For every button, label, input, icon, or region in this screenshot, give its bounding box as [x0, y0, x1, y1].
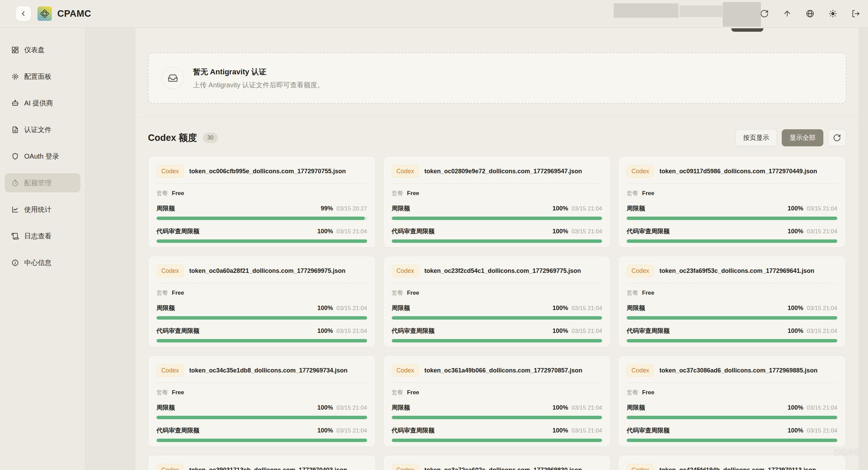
plan-value: Free — [407, 190, 419, 197]
sidebar-item-config-panel[interactable]: 配置面板 — [5, 67, 80, 86]
shield-icon — [11, 152, 19, 160]
plan-label: 套餐 — [392, 388, 403, 396]
sidebar-item-auth-files[interactable]: 认证文件 — [5, 120, 80, 139]
provider-badge: Codex — [627, 464, 654, 470]
no-auth-banner: 暂无 Antigravity 认证 上传 Antigravity 认证文件后即可… — [148, 53, 847, 104]
weekly-limit-label: 周限额 — [627, 304, 645, 312]
sidebar-item-label: 认证文件 — [24, 125, 51, 134]
code-review-limit-row: 代码审查周限额 100% 03/15 21:04 — [627, 327, 837, 335]
token-filename: token_oc3a72ca602c_dollicons.com_1772969… — [424, 467, 582, 470]
code-review-progress-fill — [392, 239, 602, 243]
code-review-limit-label: 代码审查周限额 — [392, 327, 435, 335]
upload-button[interactable] — [779, 6, 795, 21]
sidebar-item-ai-providers[interactable]: AI 提供商 — [5, 93, 80, 113]
card-divider — [627, 383, 837, 383]
diamond-logo-icon — [40, 9, 50, 19]
code-review-progress-fill — [392, 339, 602, 342]
globe-icon — [806, 9, 814, 18]
weekly-progress-fill — [627, 416, 837, 419]
weekly-reset-time: 03/15 21:04 — [807, 305, 837, 312]
card-divider — [156, 183, 367, 184]
sidebar-item-log-viewer[interactable]: 日志查看 — [5, 226, 80, 246]
banner-title: 暂无 Antigravity 认证 — [193, 67, 324, 77]
weekly-reset-time: 03/15 21:04 — [336, 305, 367, 312]
sidebar-item-dashboard[interactable]: 仪表盘 — [5, 40, 80, 59]
weekly-limit-row: 周限额 100% 03/15 21:04 — [627, 304, 837, 312]
plan-label: 套餐 — [156, 189, 168, 197]
token-filename: token_oc23fa69f53c_dollicons.com_1772969… — [659, 267, 814, 275]
sidebar-item-label: 使用统计 — [24, 205, 51, 214]
file-icon — [11, 126, 19, 134]
weekly-percent: 100% — [552, 404, 568, 411]
banner-subtitle: 上传 Antigravity 认证文件后即可查看额度。 — [193, 80, 324, 90]
token-filename: token_oc23f2cd54c1_dollicons.com_1772969… — [424, 267, 581, 275]
sidebar-item-label: 日志查看 — [24, 232, 51, 241]
code-review-reset-time: 03/15 21:04 — [336, 328, 367, 335]
code-review-limit-row: 代码审查周限额 100% 03/15 21:04 — [156, 227, 367, 235]
token-filename: token_oc0a60a28f21_dollicons.com_1772969… — [189, 267, 345, 275]
weekly-progress-fill — [627, 316, 837, 320]
code-review-progress-track — [392, 339, 602, 342]
chart-line-icon — [11, 206, 19, 214]
code-review-limit-label: 代码审查周限额 — [392, 227, 435, 235]
sidebar-item-center-info[interactable]: 中心信息 — [5, 253, 80, 272]
refresh-quota-button[interactable] — [828, 129, 846, 146]
weekly-progress-fill — [156, 217, 365, 220]
antigravity-section: 暂无 Antigravity 认证 上传 Antigravity 认证文件后即可… — [135, 28, 859, 129]
plan-label: 套餐 — [627, 388, 638, 396]
weekly-progress-fill — [627, 217, 837, 220]
partial-show-all-button[interactable] — [731, 28, 763, 32]
code-review-limit-row: 代码审查周限额 100% 03/15 21:04 — [156, 426, 367, 435]
quota-card: Codex token_oc23f2cd54c1_dollicons.com_1… — [383, 256, 611, 347]
token-filename: token_oc39031713cb_dollicons.com_1772970… — [189, 467, 347, 470]
weekly-percent: 100% — [552, 205, 568, 212]
card-header: Codex token_oc37c3086ad6_dollicons.com_1… — [627, 364, 837, 377]
weekly-limit-row: 周限额 99% 03/15 20:27 — [156, 204, 367, 212]
code-review-limit-row: 代码审查周限额 100% 03/15 21:04 — [392, 227, 602, 235]
code-review-percent: 100% — [552, 228, 568, 235]
arrow-up-icon — [783, 9, 792, 18]
weekly-reset-time: 03/15 21:04 — [572, 205, 602, 212]
info-icon — [11, 259, 19, 267]
code-review-percent: 100% — [317, 228, 333, 235]
weekly-percent: 100% — [788, 205, 803, 212]
plan-row: 套餐 Free — [156, 289, 367, 297]
provider-badge: Codex — [392, 464, 419, 470]
code-review-percent: 100% — [788, 427, 803, 434]
code-review-percent: 100% — [317, 327, 333, 335]
back-button[interactable] — [16, 6, 31, 21]
code-review-percent: 100% — [788, 327, 803, 335]
theme-toggle-button[interactable] — [825, 6, 840, 21]
logout-icon — [851, 9, 860, 18]
sidebar-item-oauth-login[interactable]: OAuth 登录 — [5, 147, 80, 166]
weekly-progress-fill — [392, 416, 602, 419]
quota-card: Codex token_oc23fa69f53c_dollicons.com_1… — [618, 256, 846, 347]
weekly-percent: 100% — [317, 404, 333, 411]
code-review-limit-row: 代码审查周限额 100% 03/15 21:04 — [627, 227, 837, 235]
weekly-limit-row: 周限额 100% 03/15 21:04 — [156, 304, 367, 312]
logout-button[interactable] — [848, 6, 863, 21]
refresh-icon — [833, 134, 841, 142]
code-review-limit-label: 代码审查周限额 — [156, 227, 199, 235]
code-review-progress-track — [627, 339, 837, 342]
plan-label: 套餐 — [156, 388, 168, 396]
weekly-progress-track — [156, 316, 367, 320]
token-filename: token_oc09117d5986_dollicons.com_1772970… — [659, 168, 817, 175]
plan-value: Free — [642, 389, 654, 396]
weekly-reset-time: 03/15 21:04 — [572, 405, 602, 411]
show-all-button[interactable]: 显示全部 — [782, 129, 823, 146]
plan-value: Free — [172, 389, 184, 396]
token-filename: token_oc006cfb995e_dollicons.com_1772970… — [189, 168, 346, 175]
language-button[interactable] — [802, 6, 818, 21]
paged-view-button[interactable]: 按页显示 — [735, 129, 777, 146]
code-review-limit-label: 代码审查周限额 — [627, 327, 670, 335]
robot-icon — [11, 99, 19, 107]
app-title: CPAMC — [57, 9, 91, 19]
weekly-limit-label: 周限额 — [627, 204, 645, 212]
provider-badge: Codex — [627, 265, 654, 277]
scroll-icon — [11, 232, 19, 240]
sun-icon — [828, 9, 837, 18]
sidebar-item-quota-management[interactable]: 配额管理 — [5, 173, 80, 192]
token-filename: token_oc02809e9e72_dollicons.com_1772969… — [424, 168, 582, 175]
sidebar-item-usage-stats[interactable]: 使用统计 — [5, 200, 80, 219]
